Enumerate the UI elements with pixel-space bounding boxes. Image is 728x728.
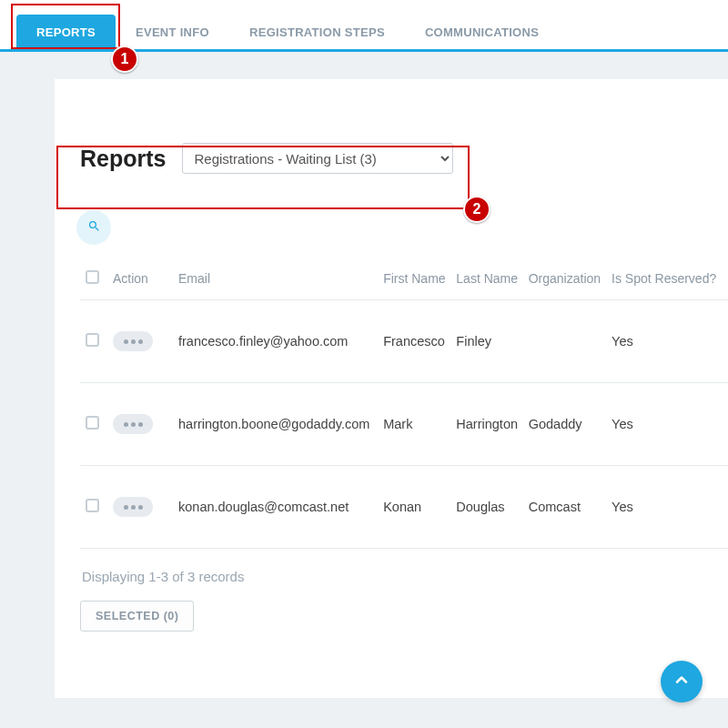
cell-first-name: Konan xyxy=(383,466,456,549)
cell-email: harrington.boone@godaddy.com xyxy=(178,383,383,466)
more-horizontal-icon xyxy=(124,339,128,344)
cell-spot-reserved: Yes xyxy=(612,383,728,466)
col-action: Action xyxy=(113,265,178,300)
tab-communications[interactable]: COMMUNICATIONS xyxy=(405,15,559,49)
select-all-checkbox[interactable] xyxy=(86,270,99,284)
table-row: harrington.boone@godaddy.com Mark Harrin… xyxy=(80,383,728,466)
table-row: konan.douglas@comcast.net Konan Douglas … xyxy=(80,466,728,549)
cell-first-name: Mark xyxy=(383,383,456,466)
cell-email: francesco.finley@yahoo.com xyxy=(178,300,383,383)
row-checkbox[interactable] xyxy=(86,416,99,430)
tab-event-info[interactable]: EVENT INFO xyxy=(116,15,229,49)
more-horizontal-icon xyxy=(124,422,128,427)
cell-spot-reserved: Yes xyxy=(612,466,728,549)
report-table: Action Email First Name Last Name Organi… xyxy=(80,265,728,549)
col-email: Email xyxy=(178,265,383,300)
records-summary: Displaying 1-3 of 3 records xyxy=(80,549,728,601)
row-actions-button[interactable] xyxy=(113,331,153,351)
row-checkbox[interactable] xyxy=(86,333,99,347)
cell-last-name: Finley xyxy=(456,300,528,383)
col-spot-reserved: Is Spot Reserved? xyxy=(612,265,728,300)
row-actions-button[interactable] xyxy=(113,497,153,517)
title-row: Reports Registrations - Waiting List (3) xyxy=(80,143,728,174)
report-select[interactable]: Registrations - Waiting List (3) xyxy=(182,143,453,174)
row-actions-button[interactable] xyxy=(113,414,153,434)
row-checkbox[interactable] xyxy=(86,499,99,512)
cell-organization: Comcast xyxy=(529,466,612,549)
cell-first-name: Francesco xyxy=(383,300,456,383)
more-horizontal-icon xyxy=(124,505,128,510)
search-icon xyxy=(87,219,101,237)
cell-organization: Godaddy xyxy=(529,383,612,466)
page-title: Reports xyxy=(80,146,166,172)
table-header-row: Action Email First Name Last Name Organi… xyxy=(80,265,728,300)
report-card: Reports Registrations - Waiting List (3)… xyxy=(55,79,728,698)
cell-organization xyxy=(529,300,612,383)
cell-last-name: Douglas xyxy=(456,466,528,549)
cell-email: konan.douglas@comcast.net xyxy=(178,466,383,549)
scroll-to-top-button[interactable] xyxy=(661,661,703,703)
page-backdrop: Reports Registrations - Waiting List (3)… xyxy=(0,52,728,728)
tab-registration-steps[interactable]: REGISTRATION STEPS xyxy=(229,15,405,49)
chevron-up-icon xyxy=(672,671,691,693)
col-organization: Organization xyxy=(529,265,612,300)
search-button[interactable] xyxy=(76,210,111,245)
cell-spot-reserved: Yes xyxy=(612,300,728,383)
table-row: francesco.finley@yahoo.com Francesco Fin… xyxy=(80,300,728,383)
col-last-name: Last Name xyxy=(456,265,528,300)
col-first-name: First Name xyxy=(383,265,456,300)
cell-last-name: Harrington xyxy=(456,383,528,466)
selected-button[interactable]: SELECTED (0) xyxy=(80,601,194,632)
tab-reports[interactable]: REPORTS xyxy=(16,15,116,49)
tab-bar: REPORTS EVENT INFO REGISTRATION STEPS CO… xyxy=(0,0,728,52)
